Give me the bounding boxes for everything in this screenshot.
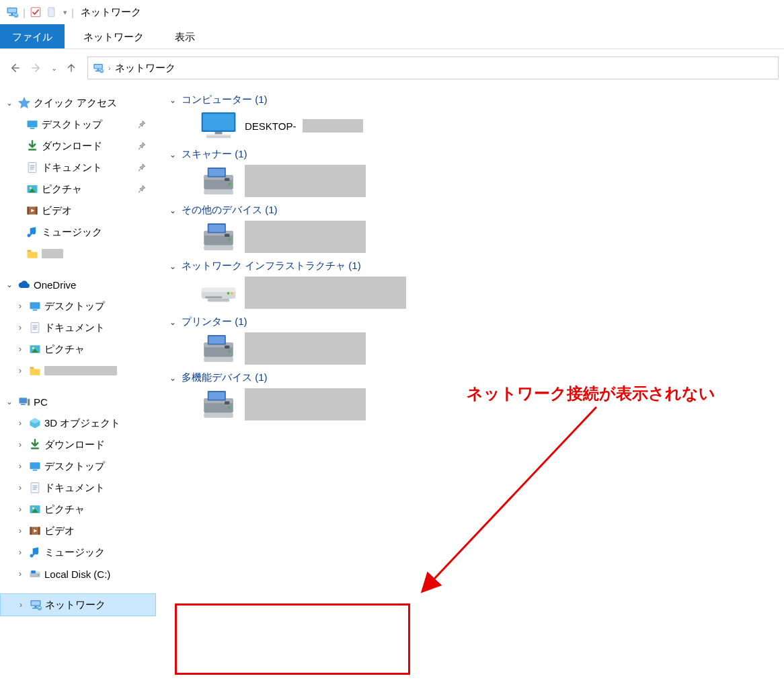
redacted-label — [245, 277, 406, 309]
tree-pc-music[interactable]: › ミュージック — [0, 542, 156, 563]
tree-od-documents[interactable]: › ドキュメント — [0, 317, 156, 338]
tree-label: ピクチャ — [44, 343, 85, 356]
qat-doc-icon[interactable] — [46, 6, 58, 18]
device-item-other[interactable] — [199, 221, 784, 253]
tree-pc-downloads[interactable]: › ダウンロード — [0, 434, 156, 455]
tree-documents[interactable]: ドキュメント — [0, 157, 156, 178]
chevron-right-icon[interactable]: › — [15, 569, 26, 579]
tree-label: 3D オブジェクト — [44, 417, 120, 430]
tree-label: PC — [34, 396, 48, 408]
device-label: DESKTOP- — [245, 120, 296, 132]
chevron-right-icon[interactable]: › — [15, 526, 26, 536]
pin-icon[interactable] — [137, 141, 147, 151]
desktop-icon — [28, 299, 42, 313]
chevron-right-icon[interactable]: › — [15, 600, 26, 610]
chevron-right-icon[interactable]: › — [15, 548, 26, 557]
tree-label: ビデオ — [44, 525, 75, 538]
tree-pc-videos[interactable]: › ビデオ — [0, 520, 156, 542]
tree-onedrive[interactable]: ⌄ OneDrive — [0, 274, 156, 295]
tree-pc[interactable]: ⌄ PC — [0, 391, 156, 412]
chevron-right-icon[interactable]: › — [15, 483, 26, 492]
section-header-printer[interactable]: ⌄ プリンター (1) — [169, 316, 784, 328]
back-button[interactable] — [5, 59, 24, 77]
document-icon — [28, 481, 42, 494]
tree-od-folder[interactable]: › — [0, 360, 156, 381]
tree-label: デスクトップ — [44, 300, 105, 313]
nav-bar: ⌄ › ネットワーク — [0, 49, 784, 83]
qat-checkbox-icon[interactable] — [30, 6, 42, 18]
tree-pinned-folder[interactable] — [0, 243, 156, 264]
music-icon — [26, 225, 39, 239]
ribbon-tab-file[interactable]: ファイル — [0, 24, 65, 48]
forward-button[interactable] — [27, 59, 46, 77]
cloud-icon — [17, 278, 31, 291]
divider: | — [71, 7, 74, 18]
redacted-label — [42, 249, 63, 258]
music-icon — [28, 546, 42, 559]
video-icon — [28, 524, 42, 538]
tree-od-pictures[interactable]: › ピクチャ — [0, 338, 156, 360]
chevron-down-icon[interactable]: ⌄ — [4, 397, 15, 406]
folder-icon — [26, 247, 39, 260]
tree-videos[interactable]: ビデオ — [0, 200, 156, 221]
tree-network[interactable]: › ネットワーク — [0, 593, 156, 616]
content-pane: ⌄ コンピューター (1) DESKTOP- ⌄ スキャナー (1) — [156, 83, 784, 697]
redacted-label — [44, 366, 117, 375]
star-icon — [17, 96, 31, 110]
device-item-router[interactable] — [199, 277, 784, 309]
chevron-right-icon[interactable]: › — [15, 505, 26, 514]
tree-label: ミュージック — [42, 226, 102, 239]
chevron-right-icon[interactable]: › — [15, 418, 26, 428]
address-bar[interactable]: › ネットワーク — [87, 57, 779, 79]
chevron-down-icon: ⌄ — [169, 318, 176, 327]
chevron-down-icon[interactable]: ⌄ — [4, 280, 15, 289]
device-item-computer[interactable]: DESKTOP- — [199, 110, 784, 141]
device-item-scanner[interactable] — [199, 165, 784, 197]
tree-label: ドキュメント — [44, 322, 105, 334]
tree-desktop[interactable]: デスクトップ — [0, 114, 156, 135]
up-button[interactable] — [62, 59, 81, 77]
tree-pc-pictures[interactable]: › ピクチャ — [0, 499, 156, 520]
section-header-computer[interactable]: ⌄ コンピューター (1) — [169, 94, 784, 106]
download-icon — [26, 139, 39, 153]
pin-icon[interactable] — [137, 163, 147, 172]
tree-pc-3d[interactable]: › 3D オブジェクト — [0, 412, 156, 434]
redacted-label — [245, 388, 366, 420]
chevron-right-icon[interactable]: › — [15, 462, 26, 471]
tree-pictures[interactable]: ピクチャ — [0, 178, 156, 200]
folder-icon — [28, 364, 42, 377]
ribbon-tab-network[interactable]: ネットワーク — [71, 24, 156, 48]
device-item-printer[interactable] — [199, 332, 784, 365]
chevron-down-icon[interactable]: ⌄ — [4, 98, 15, 108]
tree-od-desktop[interactable]: › デスクトップ — [0, 295, 156, 317]
pin-icon[interactable] — [137, 120, 147, 129]
breadcrumb-location[interactable]: ネットワーク — [115, 62, 175, 75]
tree-pc-desktop[interactable]: › デスクトップ — [0, 455, 156, 477]
tree-pc-disk[interactable]: › Local Disk (C:) — [0, 563, 156, 585]
section-header-network-infra[interactable]: ⌄ ネットワーク インフラストラクチャ (1) — [169, 260, 784, 272]
tree-label: ドキュメント — [42, 161, 102, 174]
chevron-right-icon[interactable]: › — [15, 440, 26, 449]
section-title: コンピューター (1) — [182, 94, 268, 106]
document-icon — [26, 161, 39, 174]
redacted-label — [303, 119, 363, 133]
pictures-icon — [28, 503, 42, 516]
chevron-right-icon[interactable]: › — [15, 301, 26, 311]
ribbon-tabs: ファイル ネットワーク 表示 — [0, 24, 784, 49]
tree-quick-access[interactable]: ⌄ クイック アクセス — [0, 92, 156, 114]
tree-music[interactable]: ミュージック — [0, 221, 156, 243]
history-dropdown[interactable]: ⌄ — [48, 59, 59, 77]
router-icon — [199, 279, 238, 306]
qat-overflow[interactable]: ▾ — [63, 8, 67, 17]
tree-downloads[interactable]: ダウンロード — [0, 135, 156, 157]
section-title: 多機能デバイス (1) — [182, 371, 268, 384]
chevron-right-icon[interactable]: › — [15, 344, 26, 354]
chevron-right-icon[interactable]: › — [15, 323, 26, 332]
section-header-other-devices[interactable]: ⌄ その他のデバイス (1) — [169, 204, 784, 217]
ribbon-tab-view[interactable]: 表示 — [163, 24, 207, 48]
section-header-scanner[interactable]: ⌄ スキャナー (1) — [169, 148, 784, 161]
chevron-right-icon[interactable]: › — [15, 366, 26, 375]
pin-icon[interactable] — [137, 184, 147, 194]
monitor-icon — [199, 110, 238, 141]
tree-pc-documents[interactable]: › ドキュメント — [0, 477, 156, 499]
